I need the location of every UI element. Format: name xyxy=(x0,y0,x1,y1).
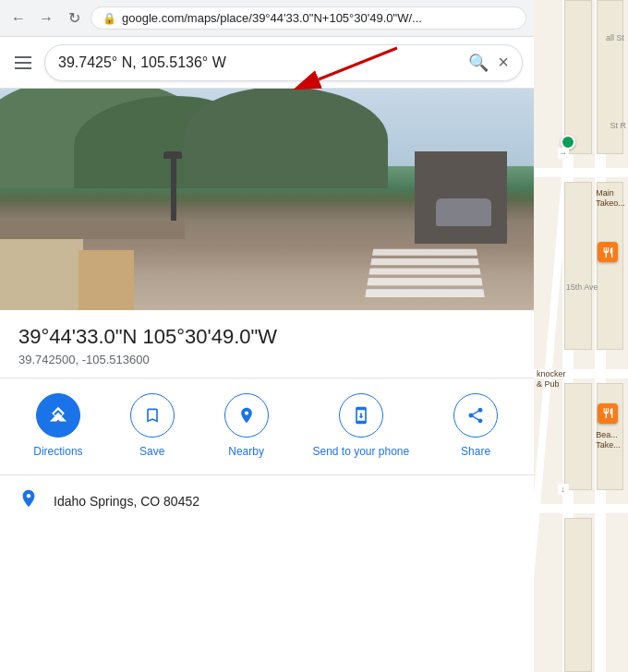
left-panel: ← → ↻ 🔒 google.com/maps/place/39°44'33.0… xyxy=(0,0,534,672)
share-label: Share xyxy=(461,445,490,460)
url-text: google.com/maps/place/39°44'33.0"N+105°3… xyxy=(122,11,422,25)
map-street-label-str: St R xyxy=(610,121,626,130)
nearby-label: Nearby xyxy=(228,445,264,460)
map-arrow-1: → xyxy=(558,148,569,159)
map-street-label-allst: all St xyxy=(606,33,624,42)
action-buttons: Directions Save Nearby xyxy=(0,378,534,475)
save-label: Save xyxy=(139,445,164,460)
map-road-h3 xyxy=(534,504,628,513)
save-icon xyxy=(143,406,162,425)
hamburger-line-1 xyxy=(15,56,31,58)
map-block-5 xyxy=(564,0,593,154)
browser-bar: ← → ↻ 🔒 google.com/maps/place/39°44'33.0… xyxy=(0,0,534,37)
street-view-image xyxy=(0,89,534,310)
info-section: 39°44'33.0"N 105°30'49.0"W 39.742500, -1… xyxy=(0,310,534,378)
coordinates-decimal: 39.742500, -105.513600 xyxy=(18,353,515,366)
send-to-phone-label: Send to your phone xyxy=(312,445,409,460)
map-arrow-2: ↓ xyxy=(558,484,569,495)
map-panel[interactable]: › 15th Ave all St St R Main Takeo... k xyxy=(534,0,628,672)
search-icon[interactable]: 🔍 xyxy=(466,51,490,75)
map-road-h1 xyxy=(534,168,628,177)
share-icon xyxy=(466,406,485,425)
map-background: 15th Ave all St St R Main Takeo... knock… xyxy=(534,0,628,672)
map-block-2 xyxy=(564,383,593,490)
back-button[interactable]: ← xyxy=(7,7,30,30)
reload-button[interactable]: ↻ xyxy=(63,7,85,30)
map-poi-main-takeo[interactable] xyxy=(598,242,618,262)
save-icon-circle xyxy=(130,393,175,438)
map-block-7 xyxy=(564,518,593,672)
send-to-phone-icon xyxy=(352,406,370,425)
directions-label: Directions xyxy=(33,445,82,460)
directions-button[interactable]: Directions xyxy=(30,393,86,460)
map-label-bea: Bea... Take... xyxy=(596,430,628,450)
hamburger-line-2 xyxy=(15,62,31,64)
map-block-1 xyxy=(564,182,593,350)
save-button[interactable]: Save xyxy=(125,393,180,460)
hamburger-line-3 xyxy=(15,67,31,69)
lock-icon: 🔒 xyxy=(103,12,116,25)
map-label-main: Main Takeo... xyxy=(596,188,628,209)
location-address: Idaho Springs, CO 80452 xyxy=(54,494,199,509)
map-poi-bea-take[interactable] xyxy=(598,403,618,424)
send-to-phone-icon-circle xyxy=(339,393,383,438)
share-icon-circle xyxy=(453,393,498,438)
share-button[interactable]: Share xyxy=(448,393,503,460)
location-row: Idaho Springs, CO 80452 xyxy=(0,475,534,527)
nearby-icon-circle xyxy=(224,393,269,438)
nearby-button[interactable]: Nearby xyxy=(219,393,274,460)
map-street-label-15th: 15th Ave xyxy=(566,282,598,292)
nearby-icon xyxy=(237,406,256,425)
search-input-wrapper[interactable]: 39.7425° N, 105.5136° W 🔍 × xyxy=(44,44,523,81)
send-to-phone-button[interactable]: Send to your phone xyxy=(312,393,409,460)
address-bar[interactable]: 🔒 google.com/maps/place/39°44'33.0"N+105… xyxy=(91,6,526,30)
directions-icon-circle xyxy=(36,393,80,438)
map-label-knocker: knocker & Pub xyxy=(537,369,570,390)
search-text: 39.7425° N, 105.5136° W xyxy=(58,54,459,71)
clear-button[interactable]: × xyxy=(498,52,509,73)
forward-button[interactable]: → xyxy=(35,7,57,30)
coordinates-dms: 39°44'33.0"N 105°30'49.0"W xyxy=(18,325,515,349)
map-block-6 xyxy=(597,0,623,154)
search-bar-container: 39.7425° N, 105.5136° W 🔍 × xyxy=(0,37,534,89)
svg-point-2 xyxy=(245,412,248,414)
menu-button[interactable] xyxy=(11,53,35,73)
directions-icon xyxy=(48,405,68,426)
location-pin-icon xyxy=(18,488,39,514)
